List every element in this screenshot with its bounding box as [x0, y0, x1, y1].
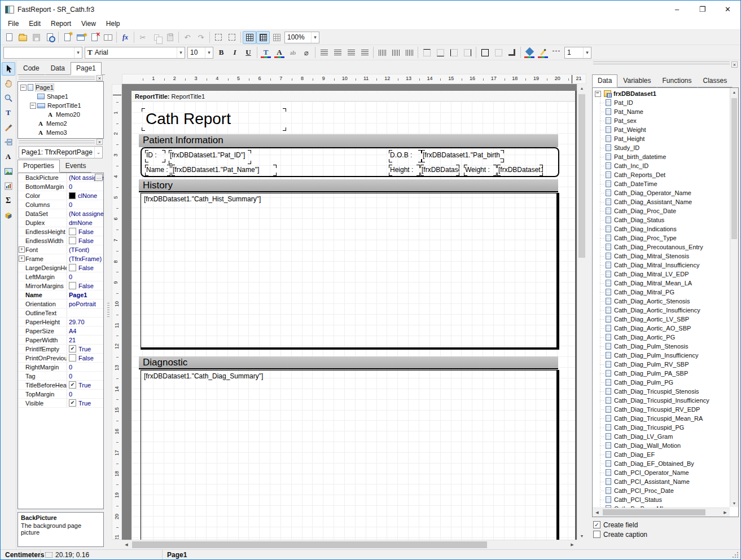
data-panel-tab[interactable]: Data [592, 74, 617, 87]
scrollbar-thumb[interactable] [603, 509, 705, 515]
frame-style-button[interactable] [550, 46, 563, 59]
field-name[interactable]: Cath_Diag_Tricuspid_Mean_RA [614, 415, 703, 422]
field-row[interactable]: Cath_Diag_Aortic_Stenosis [595, 297, 738, 306]
design-canvas[interactable]: ReportTitle: ReportTitle1 Cath Report Pa… [122, 84, 577, 540]
property-value[interactable]: True [67, 345, 103, 353]
object-label[interactable]: Memo2 [46, 120, 67, 127]
field-name[interactable]: Pat_birth_datetime [614, 153, 666, 160]
data-tree-horizontal-scrollbar[interactable]: ◀ ▶ [593, 508, 730, 517]
property-value[interactable]: (TfrxFrame) [67, 254, 103, 263]
field-name[interactable]: Cath_Diag_Tricuspid_PG [614, 424, 684, 431]
property-expand-icon[interactable] [18, 336, 25, 344]
redo-button[interactable]: ↷ [194, 31, 208, 44]
expander-icon[interactable] [20, 85, 27, 91]
inspector-tab[interactable]: Events [60, 160, 92, 173]
object-label[interactable]: Memo3 [46, 129, 67, 136]
property-expand-icon[interactable] [18, 182, 25, 191]
field-row[interactable]: Pat_Height [595, 134, 738, 143]
patient-information-band[interactable]: Patient Information [139, 134, 558, 147]
property-expand-icon[interactable] [18, 227, 25, 236]
field-row[interactable]: Pat_ID [595, 98, 738, 107]
field-row[interactable]: Cath_Diag_Mitral_Insufficiency [595, 261, 738, 270]
zoom-tool-button[interactable] [2, 91, 15, 105]
field-row[interactable]: Cath_Diag_Tricuspid_RV_EDP [595, 405, 738, 414]
memo-name-label[interactable]: Name : [145, 165, 170, 176]
property-expand-icon[interactable] [18, 218, 25, 227]
property-value[interactable]: 0 [67, 200, 103, 209]
frame-shadow-button[interactable] [505, 46, 519, 59]
property-value[interactable]: clNone [67, 191, 103, 200]
dataset-name[interactable]: frxDBDataset1 [613, 90, 656, 97]
cut-button[interactable]: ✂ [136, 31, 150, 44]
field-row[interactable]: Cath_Diag_Precoutanous_Entry [595, 242, 738, 252]
memo-height-label[interactable]: Height : [389, 165, 420, 176]
object-tree-row[interactable]: Memo2 [20, 119, 103, 128]
text-rotation-button[interactable]: ⌀ [300, 46, 313, 59]
create-caption-option[interactable]: Create caption [593, 530, 738, 539]
tree-pane-grabbar[interactable]: × [17, 75, 104, 81]
close-icon[interactable]: × [97, 139, 103, 145]
insert-band-tool-button[interactable] [2, 135, 15, 149]
frame-bottom-button[interactable] [433, 46, 447, 59]
memo-dob-label[interactable]: D.O.B : [389, 150, 422, 162]
property-expand-icon[interactable] [18, 381, 25, 389]
ungroup-button[interactable] [225, 31, 239, 44]
diagnostic-band[interactable]: Diagnostic [139, 356, 558, 369]
field-row[interactable]: Study_ID [595, 143, 738, 152]
undo-button[interactable]: ↶ [181, 31, 194, 44]
workspace-tab[interactable]: Page1 [71, 62, 102, 75]
field-name[interactable]: Cath_PCI_Proc_Date [614, 487, 674, 494]
property-expand-icon[interactable] [18, 399, 25, 407]
font-color-button[interactable]: T [259, 46, 273, 59]
fill-background-button[interactable] [523, 46, 536, 59]
field-row[interactable]: Cath_Reports_Det [595, 170, 738, 179]
close-button[interactable]: ✕ [715, 1, 740, 18]
property-expand-icon[interactable] [18, 281, 25, 290]
field-name[interactable]: Cath_Diag_Tricuspid_RV_EDP [614, 406, 700, 413]
field-row[interactable]: Cath_Diag_Status [595, 215, 738, 224]
align-top-button[interactable] [375, 46, 389, 59]
field-row[interactable]: Cath_Diag_Aortic_AO_SBP [595, 324, 738, 333]
field-row[interactable]: Cath_Diag_Aortic_LV_SBP [595, 315, 738, 324]
ole-object-tool-button[interactable] [2, 209, 15, 222]
menu-item[interactable]: Report [46, 19, 76, 29]
property-value[interactable]: Page1 [67, 290, 103, 299]
field-row[interactable]: Cath_Diag_EF_Obtained_By [595, 459, 738, 468]
text-object-tool-button[interactable]: A [2, 150, 15, 164]
property-value[interactable] [67, 308, 103, 317]
field-row[interactable]: Pat_Name [595, 107, 738, 116]
memo-weight-field[interactable]: [frxDBDataset1."Pat_Weight"] [497, 165, 543, 176]
align-right-button[interactable] [344, 46, 358, 59]
align-justify-button[interactable] [358, 46, 371, 59]
object-label[interactable]: ReportTitle1 [47, 102, 81, 109]
property-row[interactable]: Duplex dmNone … [18, 218, 103, 227]
property-row[interactable]: EndlessWidth False … [18, 236, 103, 245]
object-selector-combo[interactable]: Page1: TfrxReportPage ⌄ [19, 146, 103, 158]
property-expand-icon[interactable] [18, 263, 25, 272]
object-tree-row[interactable]: Page1 [20, 83, 103, 92]
field-name[interactable]: Cath_Inc_ID [614, 162, 648, 169]
scroll-right-icon[interactable]: ▶ [721, 508, 730, 517]
property-expand-icon[interactable] [18, 390, 25, 398]
menu-item[interactable]: File [3, 19, 24, 29]
property-row[interactable]: Frame (TfrxFrame) … [18, 254, 103, 263]
scroll-left-icon[interactable]: ◀ [122, 540, 131, 549]
memo-dob-field[interactable]: [frxDBDataset1."Pat_birth_datetime"] [422, 150, 504, 162]
field-name[interactable]: Cath_Diag_Indications [614, 226, 677, 232]
field-name[interactable]: Cath_Diag_Wall_Motion [614, 442, 681, 449]
scroll-right-icon[interactable]: ▶ [568, 540, 577, 549]
property-ellipsis-button[interactable]: … [95, 174, 103, 181]
expander-icon[interactable] [30, 94, 36, 100]
property-value[interactable]: 21 [67, 336, 103, 344]
property-expand-icon[interactable] [18, 272, 25, 281]
field-name[interactable]: Cath_Diag_Pulm_Stenosis [614, 343, 688, 350]
field-name[interactable]: Cath_Diag_Aortic_Insufficiency [614, 307, 700, 314]
data-panel-tab[interactable]: Classes [698, 74, 733, 87]
field-row[interactable]: Cath_Diag_Pulm_RV_SBP [595, 360, 738, 369]
object-tree-row[interactable]: Memo20 [20, 110, 103, 119]
field-row[interactable]: Cath_Diag_EF [595, 450, 738, 459]
property-value[interactable]: poPortrait [67, 299, 103, 308]
property-row[interactable]: RightMargin 0 … [18, 363, 103, 372]
maximize-button[interactable]: ❐ [690, 1, 715, 18]
field-name[interactable]: Cath_Diag_Proc_Date [614, 208, 676, 214]
